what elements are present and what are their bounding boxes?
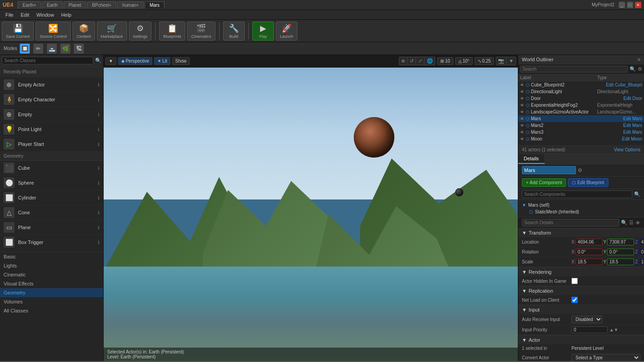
row-edit-cube-bp2[interactable]: Edit Cube_Bluepri	[606, 82, 642, 87]
sphere-info[interactable]: ℹ	[98, 181, 100, 186]
input-priority-arrow[interactable]: ▲▼	[609, 327, 618, 332]
box-trigger-info[interactable]: ℹ	[98, 240, 100, 245]
place-item-cone[interactable]: △ Cone ℹ	[0, 205, 103, 220]
category-geometry[interactable]: Geometry	[0, 288, 103, 297]
outliner-row-exp-fog[interactable]: 👁 ⬡ ExponentialHeightFog2 ExponentialHei…	[518, 102, 644, 109]
location-y-input[interactable]	[607, 239, 634, 245]
outliner-row-mars2[interactable]: 👁 ⬡ Mars2 Edit Mars	[518, 122, 644, 129]
menu-file[interactable]: File	[2, 11, 17, 18]
tab-details[interactable]: Details	[518, 154, 545, 164]
vp-scale-icon[interactable]: ⤢	[416, 57, 425, 65]
camera-speed-icon[interactable]: 📷	[496, 57, 507, 65]
detail-search-input[interactable]	[522, 219, 619, 226]
build-button[interactable]: 🔧 Build	[223, 22, 245, 41]
point-light-info[interactable]: ℹ	[98, 127, 100, 132]
snap-angle-btn[interactable]: ◬ 10°	[455, 57, 473, 65]
vis-icon-mars[interactable]: 👁	[520, 117, 524, 121]
cylinder-info[interactable]: ℹ	[98, 195, 100, 200]
outliner-filter-icon[interactable]: ⚙	[638, 66, 642, 72]
empty-character-info[interactable]: ℹ	[98, 97, 100, 102]
outliner-search-input[interactable]	[520, 66, 628, 72]
grid-size-btn[interactable]: ⊞ 10	[437, 57, 453, 65]
row-edit-mars3[interactable]: Edit Mars	[623, 130, 642, 135]
source-control-button[interactable]: 🔀 Source Control	[36, 22, 71, 41]
player-start-info[interactable]: ℹ	[98, 142, 100, 147]
empty-actor-info[interactable]: ℹ	[98, 82, 100, 87]
comp-static-mesh[interactable]: ⬡ StaticMesh (Inherited)	[522, 208, 640, 215]
row-edit-mars[interactable]: Edit Mars	[623, 116, 642, 121]
settings-button[interactable]: ⚙ Settings	[129, 22, 152, 41]
detail-eye-icon[interactable]: 👁	[635, 220, 640, 226]
scale-y-input[interactable]	[607, 258, 634, 265]
cone-info[interactable]: ℹ	[98, 210, 100, 215]
mode-paint[interactable]: ✏	[33, 44, 43, 54]
place-item-sphere[interactable]: ⚪ Sphere ℹ	[0, 176, 103, 190]
search-classes-input[interactable]	[2, 57, 93, 64]
rotation-z-input[interactable]	[639, 249, 644, 255]
vis-icon-exp-fog[interactable]: 👁	[520, 103, 524, 108]
actor-section-header[interactable]: ▼ Actor	[518, 335, 644, 344]
input-priority-input[interactable]	[571, 326, 607, 333]
add-component-button[interactable]: + Add Component	[522, 178, 566, 187]
menu-edit[interactable]: Edit	[17, 11, 33, 18]
actor-hidden-checkbox[interactable]	[571, 278, 578, 284]
outliner-row-mars3[interactable]: 👁 ⬡ Mars3 Edit Mars	[518, 129, 644, 136]
tab-bpchest[interactable]: BPchest+	[87, 1, 116, 9]
category-visual-effects[interactable]: Visual Effects	[0, 279, 103, 288]
row-edit-mars2[interactable]: Edit Mars	[623, 123, 642, 128]
rotation-x-input[interactable]	[575, 249, 603, 255]
save-current-button[interactable]: 💾 Save Current	[2, 22, 34, 41]
empty-info[interactable]: ℹ	[98, 112, 100, 117]
comp-mars-self[interactable]: ▼ Mars (self)	[522, 202, 640, 208]
perspective-btn[interactable]: ◈ Perspective	[118, 57, 152, 65]
category-lights[interactable]: Lights	[0, 261, 103, 270]
input-section-header[interactable]: ▼ Input	[518, 305, 644, 314]
place-item-empty[interactable]: ⊕ Empty ℹ	[0, 107, 103, 122]
mode-foliage[interactable]: 🌿	[60, 44, 70, 54]
marketplace-button[interactable]: 🛒 Marketplace	[97, 22, 127, 41]
minimize-button[interactable]: _	[619, 2, 625, 8]
place-item-player-start[interactable]: ▷ Player Start ℹ	[0, 137, 103, 152]
camera-settings-icon[interactable]: ▼	[507, 57, 516, 65]
tab-human[interactable]: human+	[117, 1, 143, 9]
detail-search-icon[interactable]: 🔍	[621, 220, 627, 226]
outliner-row-door[interactable]: 👁 ⬡ Door Edit Door	[518, 95, 644, 102]
rendering-section-header[interactable]: ▼ Rendering	[518, 267, 644, 276]
vis-icon-directional-light[interactable]: 👁	[520, 90, 524, 94]
category-volumes[interactable]: Volumes	[0, 297, 103, 306]
category-cinematic[interactable]: Cinematic	[0, 270, 103, 279]
maximize-button[interactable]: □	[627, 2, 633, 8]
tab-mars[interactable]: Mars	[145, 1, 164, 9]
category-basic[interactable]: Basic	[0, 252, 103, 261]
place-item-empty-actor[interactable]: ⊕ Empty Actor ℹ	[0, 77, 103, 92]
outliner-row-mars[interactable]: 👁 ⬡ Mars Edit Mars	[518, 115, 644, 122]
category-all-classes[interactable]: All Classes	[0, 306, 103, 315]
tab-planet[interactable]: Planet	[64, 1, 86, 9]
place-item-empty-character[interactable]: 🧍 Empty Character ℹ	[0, 92, 103, 107]
place-item-cube[interactable]: ⬛ Cube ℹ	[0, 161, 103, 176]
launch-button[interactable]: 🚀 Launch	[276, 22, 297, 41]
comp-search-icon[interactable]: 🔍	[634, 191, 640, 197]
place-item-plane[interactable]: ▭ Plane ℹ	[0, 220, 103, 235]
3d-viewport[interactable]: Selected Actor(s) in: Earth (Persistent)…	[104, 68, 518, 361]
tab-earth2[interactable]: Earth	[42, 1, 63, 9]
cube-info[interactable]: ℹ	[98, 166, 100, 171]
replication-section-header[interactable]: ▼ Replication	[518, 286, 644, 295]
net-load-checkbox[interactable]	[571, 297, 578, 303]
tab-earth[interactable]: Earth+	[18, 1, 41, 9]
scale-z-input[interactable]	[639, 258, 644, 265]
blueprints-button[interactable]: 📋 Blueprints	[159, 22, 185, 41]
vis-icon-mars2[interactable]: 👁	[520, 123, 524, 128]
outliner-row-moon[interactable]: 👁 ⬡ Moon Edit Moon	[518, 136, 644, 142]
transform-section-header[interactable]: ▼ Transform	[518, 228, 644, 237]
location-z-input[interactable]	[639, 239, 644, 245]
outliner-search-icon[interactable]: 🔍	[630, 66, 636, 72]
scale-x-input[interactable]	[575, 258, 603, 265]
row-edit-door[interactable]: Edit Door	[623, 96, 642, 101]
outliner-row-cube-bp2[interactable]: 👁 ⬡ Cube_Blueprint2 Edit Cube_Bluepri	[518, 81, 644, 88]
play-button[interactable]: ▶ Play	[252, 22, 274, 41]
viewport-settings-btn[interactable]: ▼	[105, 57, 116, 65]
edit-blueprint-button[interactable]: ⬡ Edit Blueprint	[568, 178, 608, 187]
mode-landscape[interactable]: 🗻	[47, 44, 57, 54]
outliner-row-directional-light[interactable]: 👁 ⬡ DirectionalLight DirectionalLight	[518, 88, 644, 95]
